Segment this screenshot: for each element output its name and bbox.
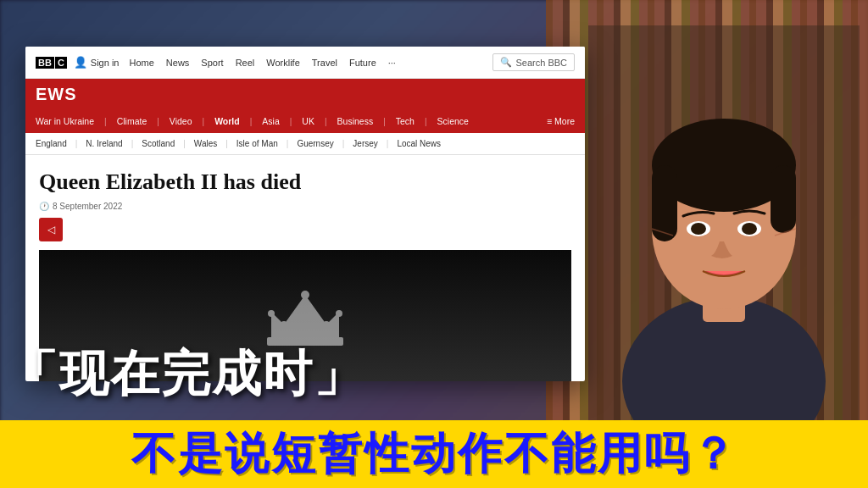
person-overlay	[588, 25, 860, 441]
cat-world[interactable]: World	[214, 116, 240, 126]
article-date: 🕐 8 September 2022	[39, 202, 571, 211]
sub-jersey[interactable]: Jersey	[353, 139, 377, 148]
nav-travel[interactable]: Travel	[312, 58, 337, 68]
bbc-webpage-card: BB C 👤 Sign in Home News Sport Reel Work…	[25, 47, 585, 381]
signin-label: Sign in	[91, 58, 120, 68]
share-button[interactable]: ◁	[39, 218, 63, 241]
svg-point-10	[742, 223, 757, 235]
svg-point-17	[268, 310, 275, 317]
sub-iom[interactable]: Isle of Man	[236, 139, 278, 148]
bbc-category-nav: War in Ukraine | Climate | Video | World…	[25, 109, 585, 133]
bbc-search-box[interactable]: 🔍 Search BBC	[492, 53, 575, 71]
sub-england[interactable]: England	[36, 139, 67, 148]
cat-asia[interactable]: Asia	[262, 116, 279, 126]
svg-rect-6	[771, 165, 796, 233]
svg-point-8	[691, 223, 706, 235]
svg-point-14	[301, 291, 309, 299]
svg-point-15	[281, 321, 287, 328]
bbc-sub-navigation: England | N. Ireland | Scotland | Wales …	[25, 133, 585, 155]
cat-video[interactable]: Video	[170, 116, 192, 126]
banner-chinese-text: 不是说短暂性动作不能用吗？	[131, 424, 737, 484]
chinese-text-present-perfect: 「现在完成时」	[8, 341, 364, 408]
nav-reel[interactable]: Reel	[236, 58, 255, 68]
cat-war-ukraine[interactable]: War in Ukraine	[36, 116, 94, 126]
yellow-bottom-banner: 不是说短暂性动作不能用吗？	[0, 420, 868, 488]
svg-point-16	[323, 321, 330, 328]
bbc-more-button[interactable]: ≡ More	[547, 116, 575, 126]
bbc-logo-bb: BB	[36, 57, 54, 69]
nav-sport[interactable]: Sport	[201, 58, 223, 68]
bbc-top-navigation: BB C 👤 Sign in Home News Sport Reel Work…	[25, 47, 585, 79]
clock-icon: 🕐	[39, 202, 49, 211]
cat-business[interactable]: Business	[337, 116, 374, 126]
bbc-news-title: EWS	[36, 85, 77, 104]
sub-wales[interactable]: Wales	[194, 139, 217, 148]
nav-worklife[interactable]: Worklife	[266, 58, 300, 68]
nav-more[interactable]: ···	[388, 58, 396, 68]
bbc-logo: BB C	[36, 57, 67, 69]
bbc-news-bar: EWS	[25, 79, 585, 109]
sub-nireland[interactable]: N. Ireland	[86, 139, 122, 148]
nav-future[interactable]: Future	[349, 58, 376, 68]
svg-point-18	[336, 310, 342, 317]
sub-scotland[interactable]: Scotland	[142, 139, 175, 148]
cat-science[interactable]: Science	[437, 116, 469, 126]
cat-climate[interactable]: Climate	[117, 116, 147, 126]
bbc-signin[interactable]: 👤 Sign in	[74, 56, 120, 69]
nav-home[interactable]: Home	[129, 58, 153, 68]
bbc-logo-c: C	[55, 57, 67, 69]
search-icon: 🔍	[500, 57, 512, 68]
sub-guernsey[interactable]: Guernsey	[297, 139, 333, 148]
cat-uk[interactable]: UK	[302, 116, 314, 126]
cat-tech[interactable]: Tech	[396, 116, 415, 126]
sub-local[interactable]: Local News	[397, 139, 441, 148]
nav-news[interactable]: News	[166, 58, 190, 68]
date-text: 8 September 2022	[53, 202, 122, 211]
share-icon: ◁	[47, 224, 55, 236]
search-label: Search BBC	[515, 58, 567, 68]
bbc-main-nav: Home News Sport Reel Worklife Travel Fut…	[129, 58, 492, 68]
article-headline: Queen Elizabeth II has died	[39, 169, 571, 195]
